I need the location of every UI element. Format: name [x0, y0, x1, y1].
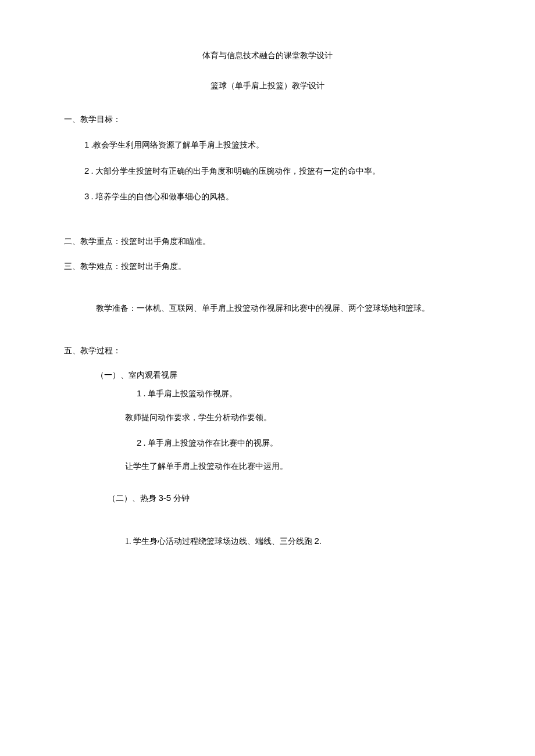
subsection-2-heading: （二）、热身 3-5 分钟 — [108, 491, 471, 505]
subsection-1-item-1: 1 . 单手肩上投篮动作视屏。 — [137, 386, 471, 400]
item-text: . 单手肩上投篮动作视屏。 — [141, 389, 237, 398]
document-title: 体育与信息技术融合的课堂教学设计 — [64, 49, 471, 62]
subsection-2-item-1: 1. 学生身心活动过程绕篮球场边线、端线、三分线跑 2. — [125, 534, 471, 548]
item-text: . 培养学生的自信心和做事细心的风格。 — [89, 192, 234, 201]
item-number-end: 2. — [315, 536, 322, 546]
subsection-1-item-1-desc: 教师提问动作要求，学生分析动作要领。 — [125, 411, 471, 424]
section-1-heading: 一、教学目标： — [64, 113, 471, 126]
heading-text-pre: （二）、热身 — [108, 494, 159, 503]
section-5-heading: 五、教学过程： — [64, 345, 471, 357]
item-text: . 单手肩上投篮动作在比赛中的视屏。 — [141, 439, 278, 447]
objective-item-2: 2 . 大部分学生投篮时有正确的出手角度和明确的压腕动作，投篮有一定的命中率。 — [84, 164, 471, 178]
subsection-1-item-2-desc: 让学生了解单手肩上投篮动作在比赛中运用。 — [125, 460, 471, 473]
item-text: .教会学生利用网络资源了解单手肩上投篮技术。 — [89, 141, 264, 149]
item-text-pre: 1. 学生身心活动过程绕篮球场边线、端线、三分线跑 — [125, 537, 315, 546]
heading-text-post: 分钟 — [171, 494, 190, 503]
document-subtitle: 篮球（单手肩上投篮）教学设计 — [64, 80, 471, 92]
section-4-preparation: 教学准备：一体机、互联网、单手肩上投篮动作视屏和比赛中的视屏、两个篮球场地和篮球… — [96, 302, 471, 315]
subsection-1-item-2: 2 . 单手肩上投篮动作在比赛中的视屏。 — [137, 436, 471, 450]
section-3-heading: 三、教学难点：投篮时出手角度。 — [64, 260, 471, 273]
objective-item-1: 1 .教会学生利用网络资源了解单手肩上投篮技术。 — [84, 138, 471, 152]
subsection-1-heading: （一）、室内观看视屏 — [96, 369, 471, 382]
objective-item-3: 3 . 培养学生的自信心和做事细心的风格。 — [84, 189, 471, 203]
item-text: . 大部分学生投篮时有正确的出手角度和明确的压腕动作，投篮有一定的命中率。 — [89, 167, 380, 175]
heading-number: 3-5 — [159, 493, 172, 503]
section-2-heading: 二、教学重点：投篮时出手角度和瞄准。 — [64, 235, 471, 248]
